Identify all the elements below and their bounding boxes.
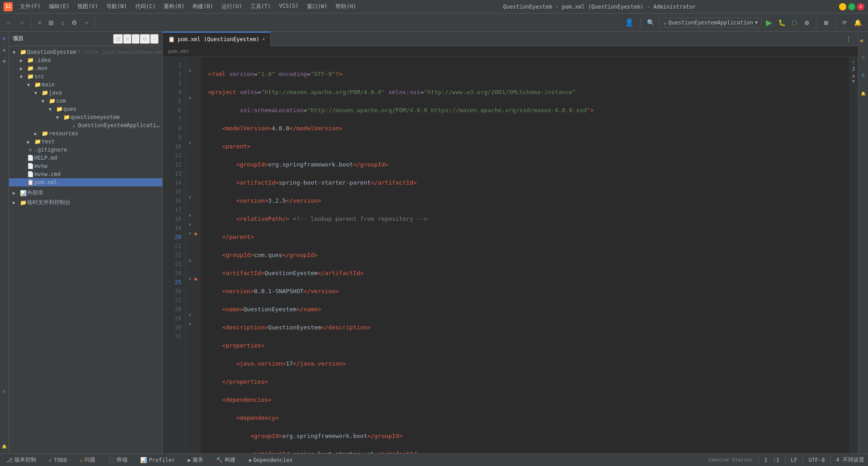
menu-nav[interactable]: 导航(N) [103, 2, 131, 11]
fold-29[interactable]: ▼ [185, 310, 194, 319]
debug-button[interactable]: 🐛 [776, 17, 787, 28]
expand-all-button[interactable]: ≡ [123, 34, 132, 44]
terminal-button[interactable]: ⬛ 终端 [105, 455, 130, 465]
tree-app-class[interactable]: ▶ ☕ QuestionEyestemApplicatio… [9, 121, 162, 129]
gear-panel-button[interactable]: ⚙ [140, 34, 150, 44]
stop-button[interactable]: ⏹ [820, 18, 832, 28]
minus-button[interactable]: − [82, 18, 91, 28]
fold-20[interactable]: ▼ [185, 229, 194, 238]
services-button[interactable]: ▶ 服务 [185, 455, 206, 465]
layout-button[interactable]: ⊞ [113, 34, 123, 44]
menu-refactor[interactable]: 重构(R) [160, 2, 188, 11]
git-button[interactable]: ⟳ [840, 18, 849, 27]
tree-mvnwcmd[interactable]: ▶ 📄 mvnw.cmd [9, 170, 162, 178]
tree-test[interactable]: ▶ 📁 test [9, 138, 162, 146]
ln-11: 11 [163, 151, 181, 160]
tree-resources[interactable]: ▶ 📁 resources [9, 129, 162, 138]
fitten-chat-icon[interactable]: F [1, 390, 8, 397]
lf-status[interactable]: LF [791, 457, 797, 463]
database-icon[interactable]: D [860, 71, 867, 82]
main-folder-icon: 📁 [33, 81, 42, 88]
maximize-button[interactable]: □ [848, 3, 855, 10]
fold-30[interactable]: ▼ [185, 319, 194, 328]
tree-main[interactable]: ▼ 📁 main [9, 81, 162, 89]
close-button[interactable]: × [857, 3, 864, 10]
close-panel-button[interactable]: − [150, 34, 159, 44]
fold-25[interactable]: ▼ [185, 274, 194, 283]
gradle-icon[interactable]: G [860, 53, 867, 64]
tree-idea[interactable]: ▶ 📁 .idea [9, 56, 162, 64]
run-button[interactable]: ▶ [764, 17, 774, 28]
version-control-button[interactable]: ⎇ 版本控制 [4, 455, 39, 465]
profiler-button[interactable]: 📊 Profiler [137, 456, 178, 464]
encoding-status[interactable]: UTF-8 [808, 457, 825, 463]
tree-com[interactable]: ▼ 📁 com [9, 97, 162, 105]
menu-code[interactable]: 代码(C) [132, 2, 160, 11]
java-arrow: ▼ [34, 90, 41, 95]
tab-pomxml[interactable]: 📋 pom.xml (QuestionEyestem) × [163, 32, 271, 46]
fold-10[interactable]: ▼ [185, 138, 194, 147]
fold-5[interactable]: ▼ [185, 93, 194, 102]
tree-gitignore[interactable]: ▶ ⚙ .gitignore [9, 146, 162, 154]
tree-mvnw[interactable]: ▶ 📄 mvnw [9, 162, 162, 170]
sort-button[interactable]: ↕ [58, 18, 67, 28]
menu-edit[interactable]: 编辑(E) [45, 2, 73, 11]
fold-19[interactable]: ▼ [185, 220, 194, 229]
forward-button[interactable]: → [16, 18, 27, 27]
minimize-button[interactable]: − [839, 3, 846, 10]
menu-build[interactable]: 构建(B) [189, 2, 217, 11]
coverage-button[interactable]: ⬡ [789, 17, 800, 28]
bookmark-icon[interactable]: ⊞ [1, 59, 8, 66]
maven-icon[interactable]: M [860, 37, 867, 44]
editor-content[interactable]: 1 2 3 4 5 6 7 8 9 10 11 12 13 14 15 16 1… [163, 57, 858, 453]
menu-run[interactable]: 运行(U) [218, 2, 246, 11]
tree-src[interactable]: ▼ 📁 src [9, 72, 162, 81]
tab-overflow-button[interactable]: ⋮ [843, 34, 854, 44]
tree-temp[interactable]: ▶ 📁 临时文件和控制台 [9, 198, 162, 207]
nav-up[interactable]: ▲ [852, 73, 855, 78]
gear-icon[interactable]: ⚙ [69, 18, 80, 28]
build-button[interactable]: 🔨 构建 [213, 455, 238, 465]
ques-arrow: ▼ [49, 107, 55, 112]
nav-down[interactable]: ▼ [852, 79, 855, 84]
tree-root[interactable]: ▼ 📁 QuestionEyestem F:\File_Java\Questio… [9, 48, 162, 56]
run-configuration[interactable]: ☕ QuestionEyestemApplication ▼ [659, 18, 762, 28]
menu-tools[interactable]: 工具(T) [247, 2, 275, 11]
menu-vcs[interactable]: VCS(S) [275, 2, 302, 11]
menu-view[interactable]: 视图(V) [74, 2, 102, 11]
view-button[interactable]: ⊞ [46, 18, 57, 28]
fold-23[interactable]: ▼ [185, 256, 194, 265]
tree-java[interactable]: ▼ 📁 java [9, 89, 162, 97]
avatar-button[interactable]: 👤 [622, 17, 637, 28]
profile-button[interactable]: ⊕ [802, 17, 812, 28]
tree-helpmd[interactable]: ▶ 📄 HELP.md [9, 154, 162, 162]
menu-help[interactable]: 帮助(H) [332, 2, 360, 11]
dependencies-button[interactable]: ◈ Dependencies [245, 456, 295, 464]
menu-window[interactable]: 窗口(W) [303, 2, 331, 11]
project-toggle-button[interactable]: ≡ [35, 18, 44, 28]
fold-2[interactable]: ▼ [185, 66, 194, 75]
fold-18[interactable]: ▼ [185, 211, 194, 220]
search-everywhere-button[interactable]: 🔍 [644, 18, 657, 28]
tree-ques[interactable]: ▼ 📁 ques [9, 105, 162, 113]
ln-31: 31 [163, 332, 181, 341]
todo-button[interactable]: ✓ TODO [46, 456, 70, 464]
status-bar-right: tabnine Starter 1:1 LF UTF-8 4 不同设置 [708, 456, 864, 464]
structure-icon[interactable]: ≡ [1, 48, 8, 55]
tree-pomxml[interactable]: ▶ 📋 pom.xml [9, 178, 162, 186]
tree-questioneyestem[interactable]: ▼ 📁 questioneyestem [9, 113, 162, 121]
menu-file[interactable]: 文件(F) [16, 2, 44, 11]
tree-mvn[interactable]: ▶ 📁 .mvn [9, 64, 162, 72]
back-button[interactable]: ← [4, 18, 14, 27]
problems-button[interactable]: ⚠ 问题 [77, 455, 98, 465]
right-scrollbar[interactable]: ✓ 2 ▲ ▼ [849, 57, 858, 453]
tab-close-button[interactable]: × [262, 37, 265, 42]
notifications-right-icon[interactable]: 🔔 [860, 90, 867, 100]
project-icon[interactable]: P [1, 37, 8, 44]
code-editor[interactable]: <?xml version="1.0" encoding="UTF-8"?> <… [201, 57, 849, 453]
notifications-button[interactable]: 🔔 [851, 18, 864, 28]
notifications-side-icon[interactable]: 🔔 [1, 444, 8, 452]
fold-16[interactable]: ▼ [185, 193, 194, 202]
collapse-all-button[interactable]: ↕ [132, 34, 140, 44]
tree-external-lib[interactable]: ▶ 📊 外部库 [9, 188, 162, 198]
